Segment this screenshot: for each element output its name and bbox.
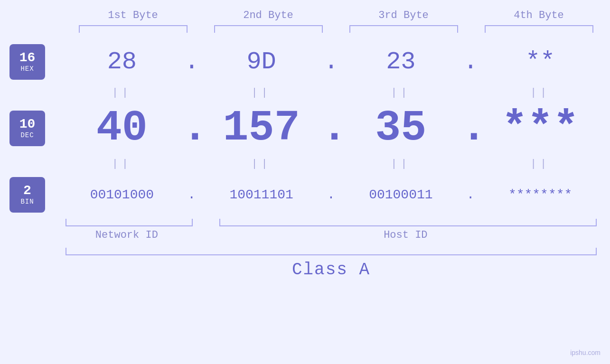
byte4-header: 4th Byte: [481, 9, 597, 21]
hex-b3: 23: [341, 48, 461, 76]
eq-spacer-2: [9, 154, 62, 173]
id-labels: Network ID Host ID: [62, 229, 601, 241]
hex-data-row: 28 . 9D . 23 . **: [62, 40, 601, 83]
dec-badge-row: 10 DEC: [9, 102, 62, 154]
bottom-brackets: [62, 219, 601, 226]
eq1-b1: ||: [62, 87, 182, 99]
dec-b2: 157: [201, 104, 322, 152]
bracket-network: [66, 219, 193, 226]
hex-b4: **: [480, 48, 601, 76]
hex-dot2: .: [322, 48, 341, 76]
bin-dot1: .: [182, 187, 201, 202]
hex-dot1: .: [182, 48, 201, 76]
hex-b2: 9D: [201, 48, 322, 76]
byte1-header: 1st Byte: [75, 9, 191, 21]
bin-badge: 2 BIN: [9, 177, 45, 213]
dec-dot1: .: [182, 104, 201, 152]
bin-badge-row: 2 BIN: [9, 173, 62, 216]
footer-brand: ipshu.com: [570, 349, 601, 356]
bin-b2: 10011101: [201, 187, 322, 202]
eq-spacer-1: [9, 83, 62, 102]
bin-dot3: .: [461, 187, 480, 202]
byte3-header: 3rd Byte: [346, 9, 462, 21]
badges-column: 16 HEX 10 DEC 2 BIN: [0, 40, 62, 364]
eq1-b3: ||: [341, 87, 461, 99]
hex-badge-row: 16 HEX: [9, 40, 62, 83]
dec-b1: 40: [62, 104, 182, 152]
bracket-host: [219, 219, 597, 226]
dec-b3: 35: [341, 104, 461, 152]
dec-badge-label: DEC: [20, 131, 34, 139]
byte2-header: 2nd Byte: [210, 9, 327, 21]
class-bracket: [66, 248, 597, 255]
bin-b3: 00100011: [341, 187, 461, 202]
eq2-b3: ||: [341, 158, 461, 170]
eq1-b2: ||: [201, 87, 322, 99]
bin-dot2: .: [322, 187, 341, 202]
equals-row-2: || || || ||: [62, 154, 601, 173]
hex-badge-label: HEX: [20, 65, 34, 73]
data-grid: 28 . 9D . 23 . ** || || || || 40: [62, 40, 610, 364]
top-bracket-row: [75, 25, 597, 33]
bin-badge-label: BIN: [20, 198, 34, 205]
dec-dot2: .: [322, 104, 341, 152]
dec-badge-number: 10: [19, 117, 36, 132]
dec-badge: 10 DEC: [9, 111, 45, 146]
hex-b1: 28: [62, 48, 182, 76]
bin-b4: ********: [480, 187, 601, 202]
hex-dot3: .: [461, 48, 480, 76]
main-container: 1st Byte 2nd Byte 3rd Byte 4th Byte 16 H…: [0, 0, 610, 364]
byte-headers: 1st Byte 2nd Byte 3rd Byte 4th Byte: [75, 9, 597, 21]
bracket-top-2: [214, 25, 323, 33]
eq2-b1: ||: [62, 158, 182, 170]
network-id-label: Network ID: [62, 229, 192, 241]
eq1-b4: ||: [480, 87, 601, 99]
hex-badge: 16 HEX: [9, 44, 45, 80]
equals-row-1: || || || ||: [62, 83, 601, 102]
bin-badge-number: 2: [23, 184, 31, 198]
class-label: Class A: [62, 260, 601, 280]
eq2-b4: ||: [480, 158, 601, 170]
content-row: 16 HEX 10 DEC 2 BIN: [0, 40, 610, 364]
host-id-label: Host ID: [211, 229, 601, 241]
bin-data-row: 00101000 . 10011101 . 00100011 . *******…: [62, 173, 601, 216]
bracket-top-1: [79, 25, 188, 33]
bin-b1: 00101000: [62, 187, 182, 202]
hex-badge-number: 16: [19, 51, 36, 65]
bracket-top-3: [349, 25, 458, 33]
dec-data-row: 40 . 157 . 35 . ***: [62, 102, 601, 154]
eq2-b2: ||: [201, 158, 322, 170]
class-bracket-wrapper: [62, 248, 601, 255]
bracket-top-4: [485, 25, 593, 33]
dec-dot3: .: [461, 104, 480, 152]
dec-b4: ***: [480, 104, 601, 152]
